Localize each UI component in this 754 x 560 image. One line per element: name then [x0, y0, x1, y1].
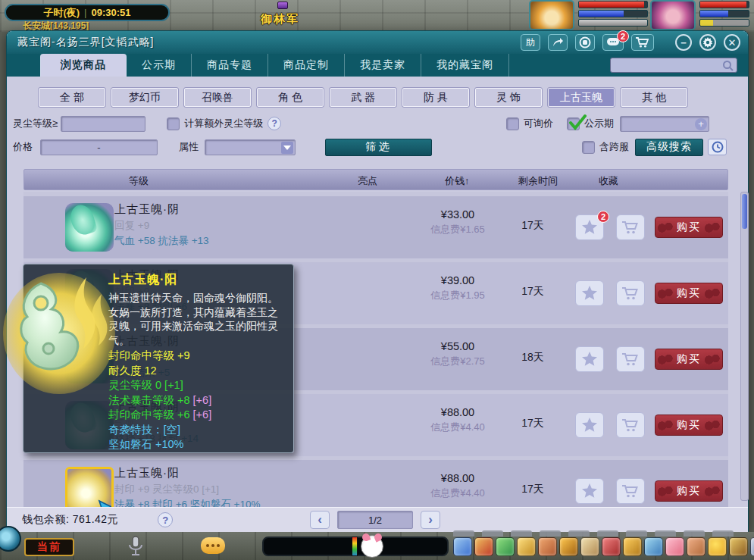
tab-i-am-seller[interactable]: 我是卖家 — [345, 54, 421, 77]
add-cart-button[interactable] — [616, 478, 645, 504]
add-cart-button[interactable] — [616, 280, 645, 306]
search-input[interactable] — [610, 58, 737, 73]
record-button[interactable] — [575, 34, 595, 51]
chat-bubble-icon[interactable] — [201, 537, 225, 554]
tab-browse-goods[interactable]: 浏览商品 — [40, 54, 127, 77]
add-cart-button[interactable] — [616, 412, 645, 438]
buy-button[interactable]: 购买 — [655, 217, 723, 238]
item-icon-jade-yin[interactable] — [65, 203, 114, 252]
party-bars-1 — [578, 1, 648, 27]
ask-price-checkbox[interactable] — [506, 117, 519, 130]
advanced-search-button[interactable]: 高级搜索 — [635, 139, 703, 156]
ask-price-label: 可询价 — [524, 117, 553, 130]
extra-dust-checkbox[interactable] — [167, 117, 180, 130]
cart-icon — [621, 483, 640, 499]
settings-button[interactable] — [699, 34, 716, 51]
cross-server-checkbox[interactable] — [582, 141, 595, 154]
add-cart-button[interactable] — [616, 346, 645, 372]
buy-button[interactable]: 购买 — [655, 415, 723, 436]
category-ancient-jade[interactable]: 上古玉魄 — [548, 88, 615, 107]
dust-help-icon[interactable]: ? — [267, 117, 281, 130]
item-icon-jade-yang[interactable] — [65, 467, 114, 507]
tab-goods-custom[interactable]: 商品定制 — [268, 54, 345, 77]
favorite-button[interactable] — [575, 478, 604, 504]
peach-icon[interactable] — [665, 537, 684, 556]
treasure-chest-icon[interactable] — [474, 537, 493, 556]
price-range-input[interactable]: - — [40, 139, 158, 155]
category-spirit-accessory[interactable]: 灵 饰 — [475, 88, 542, 107]
scrollbar[interactable] — [740, 192, 749, 501]
notice-period-input[interactable]: + — [620, 116, 709, 132]
favorite-button[interactable] — [575, 280, 604, 306]
favorite-badge: 2 — [597, 211, 609, 223]
gold-frame-icon[interactable] — [729, 537, 748, 556]
clothes-icon[interactable] — [602, 537, 621, 556]
party-portrait-1[interactable] — [529, 0, 574, 30]
category-dream-coin[interactable]: 梦幻币 — [111, 88, 178, 107]
remaining-days: 18天 — [508, 351, 557, 364]
price-range-value: - — [97, 142, 100, 153]
tooltip-stat: 奇袭特技：[空] — [108, 423, 287, 438]
cart-button[interactable] — [631, 34, 654, 51]
category-weapon[interactable]: 武 器 — [330, 88, 396, 107]
favorite-button[interactable]: 2 — [575, 214, 604, 240]
smiley-icon[interactable] — [708, 537, 727, 556]
scrollbar-thumb[interactable] — [742, 194, 747, 229]
table-row[interactable]: 上古玉魄·阳 封印 +9 灵尘等级0 [+1] 法暴 +8 封印 +6 坚如磐石… — [23, 460, 728, 507]
cart-icon — [635, 36, 650, 48]
chevron-down-icon[interactable] — [281, 142, 293, 154]
category-character[interactable]: 角 色 — [257, 88, 324, 107]
message-button[interactable]: 2 — [602, 34, 624, 51]
window-titlebar: 藏宝阁-名扬三界[文韬武略] 助 2 — [7, 31, 748, 54]
tab-goods-topics[interactable]: 商品专题 — [192, 54, 268, 77]
tab-notice-period[interactable]: 公示期 — [127, 54, 192, 77]
notice-period-checkbox[interactable] — [567, 117, 580, 130]
category-bar: 全 部 梦幻币 召唤兽 角 色 武 器 防 具 灵 饰 上古玉魄 其 他 — [39, 88, 687, 107]
share-button[interactable] — [548, 34, 568, 51]
price-block: ¥55.00 信息费¥2.75 — [405, 340, 511, 368]
favorite-button[interactable] — [575, 346, 604, 372]
bell-icon[interactable] — [623, 537, 642, 556]
help-button[interactable]: 助 — [521, 34, 540, 51]
party-portrait-2[interactable] — [650, 0, 696, 30]
window-title: 藏宝阁-名扬三界[文韬武略] — [17, 36, 154, 49]
category-armor[interactable]: 防 具 — [402, 88, 469, 107]
table-row[interactable]: 上古玉魄·阴 回复 +9 气血 +58 抗法暴 +13 ¥33.00 信息费¥1… — [23, 196, 728, 258]
emotion-strip-icon[interactable] — [352, 537, 358, 556]
tooltip-stat-text: 封印命中等级 +6 — [108, 408, 190, 421]
wallet-help-icon[interactable]: ? — [158, 512, 173, 527]
sword-icon[interactable] — [453, 537, 472, 556]
handshake-icon[interactable] — [687, 537, 706, 556]
minimize-button[interactable]: − — [675, 34, 692, 51]
coin-icon[interactable] — [517, 537, 536, 556]
history-button[interactable] — [708, 139, 727, 155]
buy-button[interactable]: 购买 — [655, 480, 723, 502]
wallet-balance-value: 761.42元 — [73, 513, 118, 525]
tiger-icon[interactable] — [559, 537, 578, 556]
category-summon-beast[interactable]: 召唤兽 — [184, 88, 251, 107]
add-cart-button[interactable] — [616, 214, 645, 240]
microphone-icon[interactable] — [127, 536, 144, 557]
pet-icon[interactable] — [361, 535, 383, 558]
buy-button[interactable]: 购买 — [655, 283, 723, 304]
hand-gem-icon[interactable] — [496, 537, 515, 556]
monitor-icon[interactable] — [750, 537, 754, 556]
prev-page-button[interactable]: ‹ — [310, 511, 330, 529]
buy-button[interactable]: 购买 — [655, 349, 723, 370]
dust-level-input[interactable] — [61, 116, 145, 132]
favorite-button[interactable] — [575, 412, 604, 438]
scroll-icon[interactable] — [580, 537, 599, 556]
close-button[interactable]: ✕ — [724, 34, 740, 51]
filter-button[interactable]: 筛选 — [325, 139, 432, 156]
blue-scroll-icon[interactable] — [644, 537, 663, 556]
next-page-button[interactable]: › — [421, 511, 440, 529]
col-price-sort[interactable]: 价钱↑ — [445, 174, 470, 188]
category-other[interactable]: 其 他 — [621, 88, 687, 107]
tab-my-pavilion[interactable]: 我的藏宝阁 — [421, 54, 509, 77]
doll-icon[interactable] — [538, 537, 557, 556]
main-tabbar: 浏览商品 公示期 商品专题 商品定制 我是卖家 我的藏宝阁 — [7, 54, 748, 77]
category-all[interactable]: 全 部 — [39, 88, 105, 107]
chat-channel-button[interactable]: 当前 — [24, 538, 74, 556]
attribute-select[interactable] — [205, 139, 296, 155]
plus-icon[interactable]: + — [695, 118, 707, 130]
